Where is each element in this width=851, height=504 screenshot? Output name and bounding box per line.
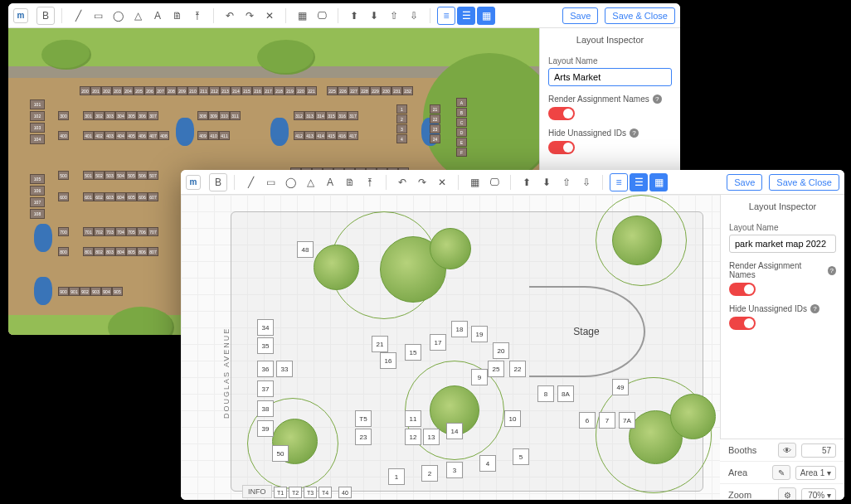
booth[interactable]: 413	[304, 131, 315, 140]
close-icon[interactable]: ✕	[260, 7, 279, 25]
booth[interactable]: 506	[137, 171, 148, 180]
save-close-button[interactable]: Save & Close	[605, 7, 675, 24]
booth-cell[interactable]: 50	[272, 445, 289, 462]
booth[interactable]: 2	[396, 114, 407, 124]
booth-cell[interactable]: 49	[612, 379, 629, 395]
booth[interactable]: 204	[123, 86, 134, 95]
booth-cell[interactable]: 8	[537, 385, 554, 402]
booth[interactable]: 807	[148, 247, 158, 256]
line-tool-icon[interactable]: ╱	[241, 173, 260, 191]
booth[interactable]: 404	[115, 131, 126, 140]
booth[interactable]: 902	[80, 287, 90, 296]
undo-icon[interactable]: ↶	[393, 173, 411, 191]
booth-cell[interactable]: 22	[509, 361, 526, 377]
booth[interactable]: 226	[338, 86, 348, 95]
b-button[interactable]: B	[209, 173, 227, 191]
booth[interactable]: 313	[304, 111, 315, 120]
booth-cell[interactable]: 3	[446, 462, 463, 478]
area-select[interactable]: Area 1 ▾	[795, 466, 836, 480]
booth[interactable]: 412	[294, 131, 304, 140]
booth-cell[interactable]: 16	[380, 352, 396, 369]
booth[interactable]: 702	[94, 227, 105, 236]
polygon-tool-icon[interactable]: △	[129, 7, 147, 25]
booth[interactable]: 903	[90, 287, 101, 296]
arrow-down-icon[interactable]: ⇩	[405, 7, 423, 25]
booth[interactable]: 230	[381, 86, 391, 95]
booth[interactable]: 502	[94, 171, 105, 180]
grid-icon[interactable]: ▦	[465, 173, 484, 191]
booth[interactable]: 22	[430, 114, 440, 124]
booth[interactable]: 4	[396, 134, 407, 143]
file-tool-icon[interactable]: 🗎	[168, 7, 187, 25]
booth-cell[interactable]: 39	[257, 420, 274, 437]
save-button[interactable]: Save	[727, 174, 762, 191]
booth[interactable]: 505	[126, 171, 137, 180]
booth[interactable]: 901	[69, 287, 80, 296]
view-tiles-icon[interactable]: ▦	[649, 173, 668, 191]
booth-cell[interactable]: 11	[405, 410, 421, 427]
save-button[interactable]: Save	[562, 7, 598, 24]
booth-cell[interactable]: T2	[289, 487, 302, 498]
booth-cell[interactable]: 7A	[619, 412, 635, 429]
arrow-up-icon[interactable]: ⬆	[345, 7, 363, 25]
booth[interactable]: 213	[220, 86, 231, 95]
booth[interactable]: 405	[126, 131, 137, 140]
booth[interactable]: 704	[115, 227, 126, 236]
arrow-up-alt-icon[interactable]: ⇧	[385, 7, 403, 25]
booth-cell[interactable]: T1	[274, 487, 287, 498]
booth[interactable]: 203	[112, 86, 123, 95]
booth[interactable]: 216	[252, 86, 263, 95]
arrow-down-alt-icon[interactable]: ⬇	[365, 7, 383, 25]
booth[interactable]: 211	[198, 86, 209, 95]
hide-ids-toggle[interactable]	[548, 141, 575, 154]
view-grid-icon[interactable]: ☰	[630, 173, 648, 191]
booth[interactable]: 602	[94, 192, 105, 201]
view-grid-icon[interactable]: ☰	[457, 7, 475, 25]
booth[interactable]: 315	[326, 111, 337, 120]
booth[interactable]: D	[456, 128, 467, 137]
screen-icon[interactable]: 🖵	[313, 7, 331, 25]
booth[interactable]: 801	[83, 247, 94, 256]
booth-cell[interactable]: 36	[257, 361, 274, 377]
booth[interactable]: 232	[402, 86, 413, 95]
booth[interactable]: 605	[126, 192, 137, 201]
booth[interactable]: 314	[315, 111, 326, 120]
booth[interactable]: 316	[337, 111, 348, 120]
grid-icon[interactable]: ▦	[293, 7, 311, 25]
booth[interactable]: 101	[30, 99, 45, 109]
booth[interactable]: 108	[30, 209, 45, 219]
booth-cell[interactable]: 40	[338, 487, 352, 498]
booth[interactable]: 500	[58, 171, 69, 180]
booth-cell[interactable]: 6	[579, 412, 596, 429]
booth-cell[interactable]: 1	[388, 468, 405, 485]
booth[interactable]: 202	[101, 86, 112, 95]
help-icon[interactable]: ?	[653, 94, 662, 104]
booth[interactable]: 215	[241, 86, 252, 95]
booth[interactable]: 23	[430, 124, 440, 133]
booth[interactable]: 411	[219, 131, 230, 140]
booth[interactable]: 210	[187, 86, 198, 95]
rect-tool-icon[interactable]: ▭	[89, 7, 107, 25]
booth[interactable]: 601	[83, 192, 94, 201]
booth[interactable]: 301	[83, 111, 94, 120]
layout-name-input[interactable]	[729, 235, 836, 253]
booth-cell[interactable]: 35	[257, 337, 274, 354]
hide-ids-toggle[interactable]	[729, 317, 756, 330]
gear-icon[interactable]: ⚙	[778, 487, 796, 500]
booth[interactable]: 206	[144, 86, 155, 95]
booth[interactable]: 600	[58, 192, 69, 201]
booth[interactable]: 302	[94, 111, 105, 120]
booth-cell[interactable]: 13	[423, 429, 440, 445]
booth[interactable]: 208	[166, 86, 177, 95]
booth[interactable]: 103	[30, 123, 45, 133]
booth[interactable]: 220	[295, 86, 306, 95]
booth[interactable]: 415	[326, 131, 337, 140]
booth[interactable]: 3	[396, 124, 407, 133]
booth-cell[interactable]: 4	[479, 455, 496, 472]
booth[interactable]: 217	[263, 86, 274, 95]
booth-cell[interactable]: 21	[372, 336, 388, 352]
view-list-icon[interactable]: ≡	[610, 173, 628, 191]
screen-icon[interactable]: 🖵	[485, 173, 503, 191]
booth[interactable]: 408	[158, 131, 169, 140]
booth[interactable]: A	[456, 98, 467, 107]
